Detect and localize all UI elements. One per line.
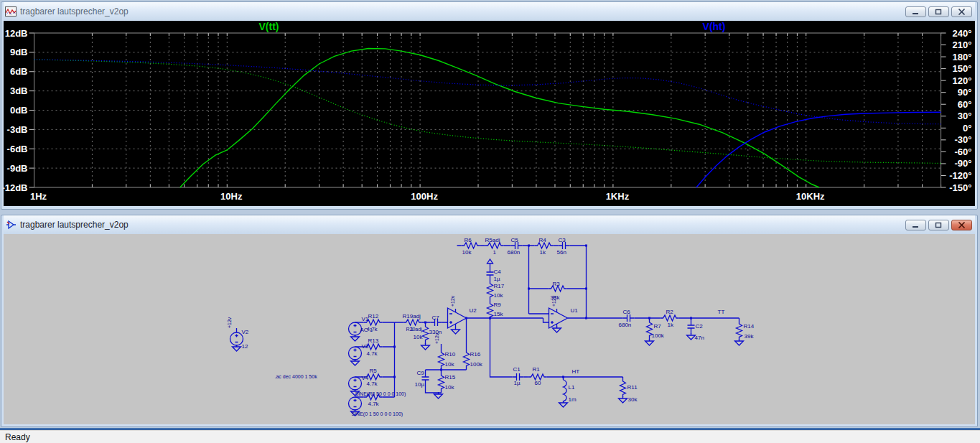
restore-button[interactable] xyxy=(928,6,949,17)
capacitor-C2[interactable] xyxy=(688,321,695,332)
schematic-window-icon xyxy=(5,220,17,230)
close-button[interactable] xyxy=(951,220,972,230)
ground-symbol[interactable] xyxy=(735,339,744,345)
svg-text:12dB: 12dB xyxy=(5,28,28,39)
component-label: 1m xyxy=(569,396,577,403)
close-button[interactable] xyxy=(951,6,972,17)
waveform-window-title: tragbarer lautsprecher_v2op xyxy=(20,6,129,17)
svg-text:3dB: 3dB xyxy=(10,85,28,96)
resistor-R17[interactable] xyxy=(487,281,493,299)
resistor-R14[interactable] xyxy=(737,321,742,340)
resistor-R6[interactable] xyxy=(462,243,480,248)
component-label: C5 xyxy=(511,237,519,243)
svg-text:1Hz: 1Hz xyxy=(30,191,47,202)
svg-text:-30°: -30° xyxy=(955,134,972,145)
plot-client-area[interactable]: 12dB9dB6dB3dB0dB-3dB-6dB-9dB-12dB240°210… xyxy=(4,21,975,206)
voltage-source-V5[interactable] xyxy=(349,397,362,410)
capacitor-C6[interactable] xyxy=(623,314,635,322)
wire[interactable] xyxy=(490,314,623,322)
component-label: 60 xyxy=(535,380,541,386)
component-label: 1µ xyxy=(494,276,500,282)
svg-text:-6dB: -6dB xyxy=(7,144,28,154)
ground-symbol[interactable] xyxy=(559,401,568,407)
restore-button[interactable] xyxy=(928,220,949,230)
waveform-window: tragbarer lautsprecher_v2op 12dB9dB6dB3d… xyxy=(1,1,978,210)
inductor-L1[interactable] xyxy=(564,380,567,401)
component-label: 56n xyxy=(557,249,566,256)
component-label: 12 xyxy=(242,343,248,350)
schematic-window: tragbarer lautsprecher_v2op xyxy=(1,215,978,427)
component-label: R5 xyxy=(370,368,378,374)
bode-plot[interactable]: 12dB9dB6dB3dB0dB-3dB-6dB-9dB-12dB240°210… xyxy=(4,21,975,206)
component-label: V3 xyxy=(362,343,369,350)
resistor-R20adj[interactable] xyxy=(423,324,429,342)
trace-label[interactable]: V(tt) xyxy=(259,21,279,32)
component-label: R3 xyxy=(553,281,561,287)
component-label: R11 xyxy=(627,384,638,391)
resistor-R19adj[interactable] xyxy=(403,320,422,325)
ground-symbol[interactable] xyxy=(645,339,654,345)
component-label: R9 xyxy=(494,302,502,308)
ground-symbol[interactable] xyxy=(619,396,627,403)
voltage-source-V4[interactable] xyxy=(349,377,362,390)
component-label: R15 xyxy=(445,374,456,381)
component-label: +12v xyxy=(551,295,556,307)
component-label: +12v xyxy=(227,317,232,328)
schematic-canvas[interactable]: R610kR5adj1C5680nR41kC356nR333kC41µR1710… xyxy=(4,234,975,424)
svg-text:180°: 180° xyxy=(953,52,972,62)
resistor-R5adj[interactable] xyxy=(485,243,504,248)
svg-text:100Hz: 100Hz xyxy=(411,191,438,202)
ground-symbol[interactable] xyxy=(421,343,430,350)
component-label: R2 xyxy=(666,309,674,315)
resistor-R16[interactable] xyxy=(464,350,470,368)
ground-symbol[interactable] xyxy=(351,335,360,341)
opamp-U2[interactable] xyxy=(448,308,467,328)
resistor-R10[interactable] xyxy=(439,350,444,368)
resistor-R2[interactable] xyxy=(661,315,679,321)
svg-text:10Hz: 10Hz xyxy=(220,191,243,202)
schematic-drawing[interactable] xyxy=(230,242,744,416)
component-label: 100k xyxy=(470,361,483,368)
svg-text:210°: 210° xyxy=(953,39,972,50)
component-label: 4.7k xyxy=(367,350,378,357)
wire-junctions xyxy=(393,245,692,378)
voltage-source-V3[interactable] xyxy=(349,347,362,360)
opamp-U1[interactable] xyxy=(549,308,568,328)
capacitor-C4[interactable] xyxy=(487,268,494,279)
component-label: 4.7k xyxy=(368,401,380,407)
schematic-client-area[interactable]: R610kR5adj1C5680nR41kC356nR333kC41µR1710… xyxy=(4,234,975,424)
restore-icon xyxy=(935,9,943,15)
resistor-R4[interactable] xyxy=(535,243,554,248)
waveform-window-controls xyxy=(905,6,974,17)
power-flag[interactable] xyxy=(487,259,493,268)
trace-label[interactable]: V(ht) xyxy=(703,21,726,32)
schematic-titlebar[interactable]: tragbarer lautsprecher_v2op xyxy=(4,215,975,234)
svg-text:240°: 240° xyxy=(953,28,972,39)
wire[interactable] xyxy=(635,318,739,340)
minimize-button[interactable] xyxy=(905,6,926,17)
component-label: 10µ xyxy=(415,381,425,388)
svg-text:90°: 90° xyxy=(958,87,972,98)
minimize-button[interactable] xyxy=(905,220,926,230)
resistor-R15[interactable] xyxy=(439,373,444,391)
waveform-titlebar[interactable]: tragbarer lautsprecher_v2op xyxy=(4,2,975,21)
component-label: R1 xyxy=(533,366,541,373)
svg-text:0dB: 0dB xyxy=(10,105,28,116)
component-label: R13 xyxy=(368,337,379,344)
resistor-R11[interactable] xyxy=(620,378,626,397)
svg-text:-9dB: -9dB xyxy=(7,163,28,174)
close-icon xyxy=(958,222,966,228)
component-label: +12v xyxy=(450,295,455,307)
ground-symbol[interactable] xyxy=(351,359,360,365)
component-label: U1 xyxy=(571,307,579,314)
minimize-icon xyxy=(912,9,920,15)
minimize-icon xyxy=(912,222,920,228)
component-label: 680n xyxy=(508,249,521,256)
resistor-R9[interactable] xyxy=(487,301,493,320)
svg-text:0°: 0° xyxy=(963,123,971,134)
component-label: 1k xyxy=(668,322,674,328)
ground-symbol[interactable] xyxy=(233,345,241,351)
ground-symbol[interactable] xyxy=(452,327,460,334)
resistor-R1[interactable] xyxy=(528,374,547,380)
ground-symbol[interactable] xyxy=(553,326,561,332)
